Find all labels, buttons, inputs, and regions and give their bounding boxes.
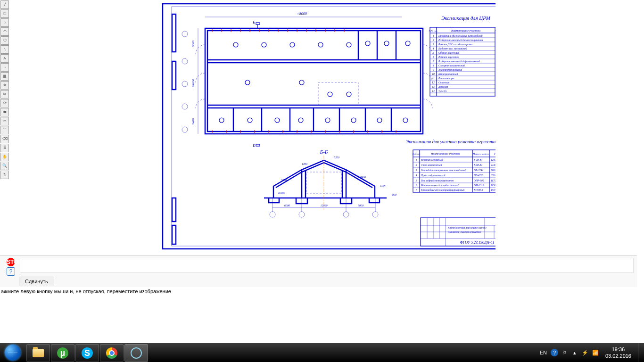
tool-text-icon[interactable]: A xyxy=(0,54,9,63)
stop-icon[interactable]: STOP xyxy=(7,258,15,266)
taskbar-clock[interactable]: 19:36 03.02.2016 xyxy=(601,346,636,359)
tool-mirror-icon[interactable]: ⇋ xyxy=(0,108,9,116)
svg-point-107 xyxy=(405,41,410,46)
svg-text:870×920: 870×920 xyxy=(491,174,495,177)
svg-text:2400: 2400 xyxy=(191,118,195,125)
tool-fillet-icon[interactable]: ⌒ xyxy=(0,126,9,134)
svg-text:Размер: Размер xyxy=(494,152,495,155)
tool-palette: ╱ □ ○ ◠ ⬠ ∿ A ↔ ▦ ✥ ⧉ ⟳ ⇋ ✂ ⌒ ⌫ ≣ ✋ 🔍 ↻ xyxy=(0,0,8,179)
svg-text:Марка и модель: Марка и модель xyxy=(472,153,489,155)
svg-text:Стол монтажный: Стол монтажный xyxy=(421,164,442,166)
cad-workspace: ╱ □ ○ ◠ ⬠ ∿ A ↔ ▦ ✥ ⧉ ⟳ ⇋ ✂ ⌒ ⌫ ≣ ✋ 🔍 ↻ … xyxy=(0,0,637,287)
tool-erase-icon[interactable]: ⌫ xyxy=(0,135,9,143)
taskbar-utorrent[interactable]: µ xyxy=(51,344,74,362)
svg-text:Обойно-красочный: Обойно-красочный xyxy=(438,51,460,54)
svg-point-144 xyxy=(182,104,188,109)
svg-text:Б: Б xyxy=(252,143,256,148)
svg-text:ФГОУ 5.23.190ДП-41: ФГОУ 5.23.190ДП-41 xyxy=(460,240,494,245)
system-tray: EN ? ⚐ ▴ ⚡ 📶 19:36 03.02.2016 xyxy=(540,343,644,362)
tool-dim-icon[interactable]: ↔ xyxy=(0,63,9,72)
taskbar: µ S EN ? ⚐ ▴ ⚡ 📶 19:36 03.02.2016 xyxy=(0,343,644,362)
svg-text:Б: Б xyxy=(252,20,256,25)
svg-text:ОПР-609: ОПР-609 xyxy=(474,179,484,182)
svg-text:Электротехнический: Электротехнический xyxy=(438,68,462,71)
tool-redo-icon[interactable]: ↻ xyxy=(0,171,9,179)
svg-text:6200: 6200 xyxy=(334,156,339,159)
svg-point-90 xyxy=(290,42,295,47)
svg-point-99 xyxy=(275,118,280,123)
svg-text:Ремонт агрегатов: Ремонт агрегатов xyxy=(438,56,460,58)
svg-text:Пресс гидравлический: Пресс гидравлический xyxy=(421,174,446,177)
tool-pan-icon[interactable]: ✋ xyxy=(0,153,9,161)
taskbar-chrome[interactable] xyxy=(100,344,124,362)
tool-arc-icon[interactable]: ◠ xyxy=(0,27,9,36)
skype-icon: S xyxy=(82,347,93,359)
command-area: STOP ? Сдвинуть xyxy=(0,255,637,287)
blank-gap xyxy=(0,297,644,318)
svg-text:11: 11 xyxy=(432,77,434,80)
svg-point-102 xyxy=(351,118,356,123)
tool-hatch-icon[interactable]: ▦ xyxy=(0,72,9,81)
svg-rect-69 xyxy=(256,23,260,25)
svg-rect-235 xyxy=(172,14,176,52)
svg-point-100 xyxy=(298,118,303,123)
tool-move-icon[interactable]: ✥ xyxy=(0,81,9,90)
svg-point-89 xyxy=(262,42,266,47)
folder-icon xyxy=(33,349,44,357)
svg-point-145 xyxy=(182,127,188,132)
help-tray-icon[interactable]: ? xyxy=(551,349,558,356)
cad-app-icon xyxy=(131,347,142,359)
svg-text:Столовая: Столовая xyxy=(438,81,450,84)
svg-text:-800: -800 xyxy=(391,193,396,196)
tool-trim-icon[interactable]: ✂ xyxy=(0,117,9,125)
start-button[interactable] xyxy=(0,343,25,362)
svg-text:Отряд для контрольных приспосо: Отряд для контрольных приспособлений xyxy=(421,169,466,172)
network-icon[interactable]: 📶 xyxy=(591,350,600,356)
svg-text:Шиноремонтный: Шиноремонтный xyxy=(438,73,458,75)
tool-copy-icon[interactable]: ⧉ xyxy=(0,90,9,99)
svg-point-95 xyxy=(328,92,332,97)
tool-spline-icon[interactable]: ∿ xyxy=(0,45,9,54)
svg-text:6: 6 xyxy=(416,184,417,187)
tool-rot-icon[interactable]: ⟳ xyxy=(0,99,9,107)
svg-text:4: 4 xyxy=(433,47,434,50)
show-desktop-button[interactable] xyxy=(638,343,644,362)
table-explication-crm: №№ поз. Наименование участков Площадь м²… xyxy=(429,27,495,96)
flag-icon[interactable]: ⚐ xyxy=(560,350,569,356)
svg-text:12000: 12000 xyxy=(321,204,328,207)
svg-text:6000: 6000 xyxy=(284,204,290,207)
svg-point-104 xyxy=(403,118,408,123)
svg-text:700×600: 700×600 xyxy=(491,169,495,172)
command-input[interactable] xyxy=(20,258,634,273)
tool-layer-icon[interactable]: ≣ xyxy=(0,144,9,152)
svg-rect-237 xyxy=(172,198,176,222)
svg-text:+8000: +8000 xyxy=(297,12,306,16)
svg-text:6: 6 xyxy=(433,56,434,58)
svg-text:Моечная ванна для мойки детале: Моечная ванна для мойки деталей xyxy=(421,184,459,187)
svg-text:0.000: 0.000 xyxy=(278,192,285,195)
language-indicator[interactable]: EN xyxy=(540,350,547,355)
taskbar-explorer[interactable] xyxy=(26,344,50,362)
svg-text:1: 1 xyxy=(433,34,434,37)
svg-text:ОМ-1316: ОМ-1316 xyxy=(474,184,484,187)
taskbar-skype[interactable]: S xyxy=(75,344,99,362)
taskbar-cad-app[interactable] xyxy=(124,344,148,362)
drawing-canvas[interactable]: Экспликация для ЦРМ №№ поз. Наименование… xyxy=(19,0,495,255)
utorrent-icon: µ xyxy=(57,347,68,359)
tool-circle-icon[interactable]: ○ xyxy=(0,18,9,27)
tool-line-icon[interactable]: ╱ xyxy=(0,0,9,9)
svg-text:КП/99-9: КП/99-9 xyxy=(473,189,483,191)
power-icon[interactable]: ⚡ xyxy=(581,350,589,356)
svg-text:планом на участка агрегатов: планом на участка агрегатов xyxy=(448,230,481,233)
svg-point-93 xyxy=(245,80,250,85)
chevron-up-icon[interactable]: ▴ xyxy=(570,350,579,356)
svg-point-106 xyxy=(384,41,389,46)
help-icon[interactable]: ? xyxy=(7,267,15,276)
svg-text:Разборочно-моечный дефектовочн: Разборочно-моечный дефектовочный xyxy=(438,60,480,63)
tool-poly-icon[interactable]: ⬠ xyxy=(0,36,9,45)
tool-rect-icon[interactable]: □ xyxy=(0,9,9,18)
tool-zoom-icon[interactable]: 🔍 xyxy=(0,162,9,170)
tab-sdvinut[interactable]: Сдвинуть xyxy=(19,277,54,286)
svg-text:1: 1 xyxy=(416,158,417,161)
svg-text:9: 9 xyxy=(433,68,434,71)
